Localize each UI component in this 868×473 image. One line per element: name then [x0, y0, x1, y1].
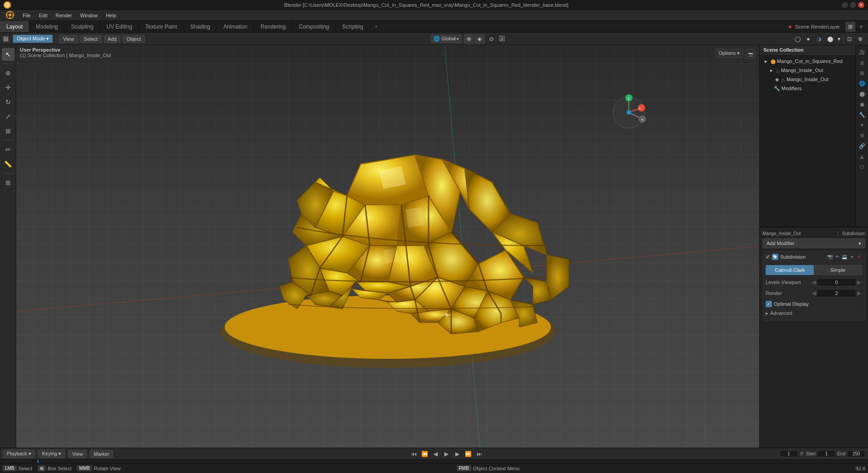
view-menu-tl[interactable]: View: [68, 450, 87, 458]
tab-compositing[interactable]: Compositing: [293, 21, 336, 32]
magnet-icon[interactable]: ⊕: [464, 34, 474, 44]
tab-uv-editing[interactable]: UV Editing: [100, 21, 139, 32]
advanced-section-header[interactable]: ▸ Advanced: [766, 309, 862, 318]
marker-menu[interactable]: Marker: [90, 450, 113, 458]
select-menu[interactable]: Select: [80, 35, 102, 43]
menu-blender[interactable]: [2, 10, 18, 21]
catmull-clark-btn[interactable]: Catmull-Clark: [766, 265, 814, 275]
next-frame-btn[interactable]: ▶: [453, 449, 462, 459]
jump-next-btn[interactable]: ⏩: [464, 449, 473, 459]
viewport-toggle[interactable]: ⊟: [3, 36, 9, 42]
outliner-item-collection[interactable]: ▸ ⬤ Mango_Cut_in_Squares_Red 👁: [760, 57, 868, 66]
global-dropdown[interactable]: 🌐 Global ▾: [430, 34, 462, 43]
simple-btn[interactable]: Simple: [814, 265, 862, 275]
annotate-btn[interactable]: ✏: [2, 143, 14, 156]
render-decrement[interactable]: ◀: [811, 290, 817, 296]
proportional-edit-icon[interactable]: ⊙: [487, 34, 497, 44]
minimize-button[interactable]: ─: [842, 2, 848, 8]
tab-scripting[interactable]: Scripting: [336, 21, 370, 32]
material-props-icon[interactable]: ⬡: [857, 162, 867, 172]
levels-viewport-increment[interactable]: ▶: [856, 279, 862, 285]
play-btn[interactable]: ▶: [442, 449, 451, 459]
playback-menu[interactable]: Playback ▾: [3, 449, 35, 458]
viewport-icon[interactable]: ⊞: [845, 22, 855, 32]
move-btn[interactable]: ✛: [2, 81, 14, 94]
keying-menu[interactable]: Keying ▾: [38, 449, 66, 458]
snap-type-icon[interactable]: ◈: [475, 34, 485, 44]
tab-animation[interactable]: Animation: [217, 21, 254, 32]
modifier-render-camera-icon[interactable]: 📷: [827, 254, 833, 260]
add-menu[interactable]: Add: [104, 35, 121, 43]
render-props-icon[interactable]: 🎥: [857, 47, 867, 57]
output-props-icon[interactable]: 🖨: [857, 58, 867, 68]
outliner-item-mesh-data[interactable]: ◈ △ Mango_Inside_Out 🟡: [760, 75, 868, 84]
viewport-3d[interactable]: X Y Z 📷 Options ▾: [16, 45, 759, 448]
tab-texture-paint[interactable]: Texture Paint: [139, 21, 184, 32]
menu-file[interactable]: File: [19, 12, 34, 19]
start-frame-input[interactable]: [817, 450, 835, 457]
end-frame-input[interactable]: [847, 450, 865, 457]
levels-viewport-decrement[interactable]: ◀: [811, 279, 817, 285]
modifier-realtime-icon[interactable]: 💻: [841, 254, 848, 260]
optimal-display-checkbox[interactable]: ✓: [766, 301, 772, 307]
menu-window[interactable]: Window: [77, 12, 101, 19]
solid-icon[interactable]: ●: [803, 34, 813, 44]
rotate-btn[interactable]: ↻: [2, 96, 14, 108]
tab-layout[interactable]: Layout: [0, 21, 29, 32]
add-object-btn[interactable]: ⊞: [2, 176, 14, 189]
cursor-btn[interactable]: ⊕: [2, 67, 14, 79]
world-props-icon[interactable]: ⬤: [857, 89, 867, 99]
tab-add[interactable]: +: [370, 21, 382, 32]
modifier-toggle[interactable]: ✓: [766, 255, 770, 259]
menu-render[interactable]: Render: [52, 12, 76, 19]
camera-view-btn[interactable]: 📷: [746, 49, 756, 59]
maximize-button[interactable]: □: [850, 2, 856, 8]
close-button[interactable]: ✕: [858, 2, 864, 8]
render-increment[interactable]: ▶: [856, 290, 862, 296]
particle-props-icon[interactable]: ✦: [857, 120, 867, 130]
navigation-gizmo[interactable]: X Y Z: [611, 94, 647, 130]
data-props-icon[interactable]: ◭: [857, 151, 867, 161]
render-value[interactable]: 2: [817, 289, 856, 297]
tab-shading[interactable]: Shading: [184, 21, 217, 32]
select-tool-btn[interactable]: ↖: [2, 48, 14, 61]
proportional-falloff-icon[interactable]: 〾: [497, 34, 507, 44]
object-menu[interactable]: Object: [122, 35, 145, 43]
filter-icon[interactable]: ▿: [856, 22, 866, 32]
rendered-icon[interactable]: ⬤: [825, 34, 835, 44]
jump-start-btn[interactable]: ⏮: [410, 449, 419, 459]
outliner-item-modifiers[interactable]: 🔧 Modifiers •: [760, 84, 868, 93]
object-props-icon[interactable]: ▣: [857, 99, 867, 109]
tab-sculpting[interactable]: Sculpting: [65, 21, 100, 32]
menu-edit[interactable]: Edit: [35, 12, 51, 19]
measure-btn[interactable]: 📏: [2, 158, 14, 170]
modifier-apply-icon[interactable]: ▾: [849, 254, 855, 260]
overlay-icon[interactable]: ⊡: [844, 34, 854, 44]
scale-btn[interactable]: ⤢: [2, 110, 14, 123]
view-layer-icon[interactable]: ⊞: [857, 68, 867, 78]
menu-help[interactable]: Help: [102, 12, 120, 19]
view-menu[interactable]: View: [59, 35, 78, 43]
gizmo-icon[interactable]: ⊕: [855, 34, 865, 44]
constraints-props-icon[interactable]: 🔗: [857, 141, 867, 151]
object-mode-dropdown[interactable]: Object Mode ▾: [13, 34, 53, 43]
prev-frame-btn[interactable]: ◀: [431, 449, 440, 459]
transform-btn[interactable]: ⊞: [2, 125, 14, 137]
tab-rendering[interactable]: Rendering: [254, 21, 292, 32]
material-icon[interactable]: ◑: [814, 34, 824, 44]
modifier-props-icon[interactable]: 🔧: [857, 110, 867, 120]
modifier-close-icon[interactable]: ✕: [856, 254, 862, 260]
tab-modeling[interactable]: Modeling: [29, 21, 65, 32]
modifier-edit-icon[interactable]: ✏: [834, 254, 840, 260]
jump-prev-btn[interactable]: ⏪: [420, 449, 429, 459]
wireframe-icon[interactable]: ◯: [792, 34, 802, 44]
jump-end-btn[interactable]: ⏭: [475, 449, 484, 459]
shading-options-icon[interactable]: ▾: [836, 34, 842, 44]
add-modifier-button[interactable]: Add Modifier ▾: [762, 238, 865, 248]
options-button[interactable]: Options ▾: [715, 49, 743, 58]
physics-props-icon[interactable]: ⚙: [857, 130, 867, 140]
outliner-item-mango-inside-out[interactable]: ▸ △ Mango_Inside_Out 👁: [760, 66, 868, 75]
levels-viewport-value[interactable]: 0: [817, 278, 856, 286]
current-frame-input[interactable]: [780, 450, 798, 457]
scene-props-icon[interactable]: 🌐: [857, 78, 867, 88]
